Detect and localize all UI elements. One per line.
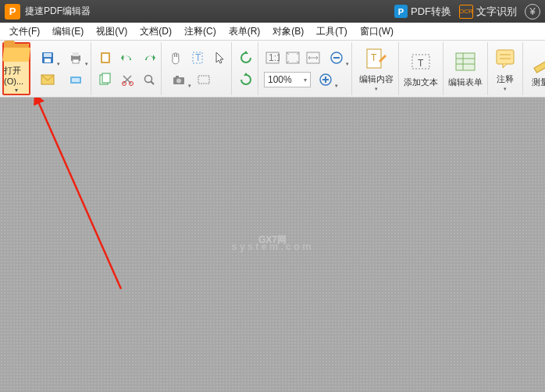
chevron-down-icon: ▾: [304, 77, 307, 84]
pointer-tool-button[interactable]: [211, 49, 228, 66]
svg-line-44: [37, 100, 121, 289]
edit-form-icon: [453, 49, 478, 74]
svg-rect-43: [534, 59, 545, 73]
annotate-button[interactable]: 注释 ▾: [488, 42, 523, 95]
svg-rect-4: [73, 52, 79, 56]
workspace[interactable]: GX7网 system.com: [0, 98, 545, 392]
svg-text:T: T: [418, 58, 424, 69]
app-icon: P: [5, 4, 20, 20]
redo-button[interactable]: [141, 49, 158, 66]
fit-page-button[interactable]: [284, 49, 301, 66]
svg-rect-22: [198, 76, 209, 84]
chevron-down-icon: ▾: [57, 61, 60, 67]
edit-form-button[interactable]: 编辑表单: [443, 42, 488, 95]
select-tool-button[interactable]: T: [189, 49, 206, 66]
print-button[interactable]: ▾: [64, 49, 87, 66]
measure-button[interactable]: 测量: [523, 42, 545, 95]
ocr-action[interactable]: OCR 文字识别: [459, 5, 517, 19]
edit-content-label: 编辑内容: [359, 73, 394, 85]
ocr-label: 文字识别: [476, 5, 517, 19]
open-dropdown-icon: ▾: [15, 87, 18, 94]
menu-form[interactable]: 表单(R): [223, 23, 267, 41]
menu-file[interactable]: 文件(F): [3, 23, 46, 41]
paste-button[interactable]: [97, 49, 114, 66]
toolbar: 打开(O)... ▾ ▾ ▾ T ▾: [0, 41, 545, 98]
file-group: ▾ ▾: [33, 42, 91, 95]
actual-size-button[interactable]: 1:1: [264, 49, 281, 66]
open-label: 打开(O)...: [4, 65, 29, 86]
titlebar: P 捷速PDF编辑器 P PDF转换 OCR 文字识别 ¥: [0, 0, 545, 23]
tools-group: T ▾: [164, 42, 232, 95]
annotate-label: 注释: [497, 73, 514, 85]
folder-open-icon: [4, 44, 29, 62]
edit-form-label: 编辑表单: [448, 77, 483, 88]
chevron-down-icon: ▾: [85, 61, 88, 67]
svg-line-16: [151, 82, 155, 85]
save-button[interactable]: ▾: [36, 49, 59, 66]
menu-tool[interactable]: 工具(T): [310, 23, 353, 41]
zoom-out-button[interactable]: ▾: [325, 49, 348, 66]
add-text-icon: T: [408, 49, 433, 74]
svg-rect-5: [73, 59, 79, 63]
rotate-group: [234, 42, 258, 95]
svg-text:1:1: 1:1: [269, 52, 280, 63]
scan-button[interactable]: [64, 71, 87, 88]
menu-document[interactable]: 文档(D): [134, 23, 178, 41]
app-title: 捷速PDF编辑器: [25, 5, 91, 18]
watermark-sub: system.com: [231, 241, 313, 251]
menu-edit[interactable]: 编辑(E): [46, 23, 90, 41]
pdf-convert-label: PDF转换: [411, 5, 451, 19]
copy-button[interactable]: [97, 71, 114, 88]
pdf-convert-icon: P: [394, 5, 408, 18]
measure-icon: [528, 49, 545, 74]
fit-width-button[interactable]: [305, 49, 322, 66]
watermark: GX7网 system.com: [231, 235, 313, 251]
snapshot-button[interactable]: ▾: [167, 71, 191, 88]
zoom-in-button[interactable]: ▾: [314, 71, 337, 88]
clipboard-group: [94, 42, 162, 95]
hand-tool-button[interactable]: [167, 49, 184, 66]
add-text-button[interactable]: T 添加文本: [399, 42, 443, 95]
svg-text:T: T: [195, 52, 201, 63]
menubar: 文件(F) 编辑(E) 视图(V) 文档(D) 注释(C) 表单(R) 对象(B…: [0, 23, 545, 41]
chevron-down-icon: ▾: [504, 86, 507, 92]
edit-content-button[interactable]: T 编辑内容 ▾: [354, 42, 399, 95]
annotate-icon: [493, 46, 518, 71]
measure-label: 测量: [532, 77, 545, 88]
annotation-arrow: [23, 98, 148, 383]
add-text-label: 添加文本: [404, 77, 438, 88]
zoom-value: 100%: [268, 74, 292, 85]
zoom-group: 1:1 ▾ 100%▾ ▾: [261, 42, 352, 95]
rotate-ccw-button[interactable]: [237, 49, 255, 66]
zoom-input[interactable]: 100%▾: [264, 72, 311, 87]
ocr-icon: OCR: [459, 5, 473, 19]
menu-object[interactable]: 对象(B): [266, 23, 310, 41]
svg-rect-8: [72, 78, 80, 82]
svg-rect-10: [102, 54, 109, 62]
chevron-down-icon: ▾: [188, 83, 191, 89]
menu-view[interactable]: 视图(V): [90, 23, 134, 41]
svg-rect-1: [44, 53, 52, 57]
cut-button[interactable]: [119, 71, 136, 88]
chevron-down-icon: ▾: [335, 83, 338, 89]
screenshot-button[interactable]: [195, 71, 212, 88]
svg-rect-40: [497, 50, 514, 64]
purchase-icon[interactable]: ¥: [525, 4, 540, 20]
svg-rect-2: [45, 59, 51, 62]
chevron-down-icon: ▾: [346, 61, 349, 67]
svg-rect-36: [456, 53, 475, 70]
svg-rect-21: [176, 76, 179, 78]
chevron-down-icon: ▾: [375, 86, 378, 92]
menu-comment[interactable]: 注释(C): [178, 23, 223, 41]
edit-content-icon: T: [364, 46, 389, 71]
open-button[interactable]: 打开(O)... ▾: [2, 42, 30, 95]
pdf-convert-action[interactable]: P PDF转换: [394, 5, 451, 19]
email-button[interactable]: [36, 71, 59, 88]
find-button[interactable]: [141, 71, 158, 88]
svg-point-20: [176, 79, 181, 84]
svg-rect-12: [102, 73, 110, 83]
rotate-cw-button[interactable]: [237, 71, 255, 88]
svg-point-15: [145, 76, 152, 83]
undo-button[interactable]: [119, 49, 136, 66]
menu-window[interactable]: 窗口(W): [354, 23, 400, 41]
